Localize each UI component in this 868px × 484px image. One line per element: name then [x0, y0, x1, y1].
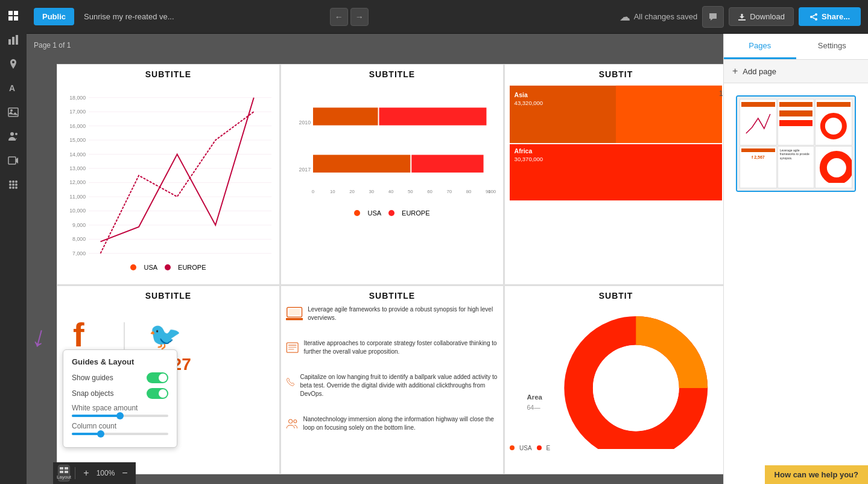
svg-text:15,000: 15,000: [69, 137, 86, 143]
sidebar-item-analytics[interactable]: [2, 29, 24, 51]
svg-text:100: 100: [488, 189, 496, 194]
public-button[interactable]: Public: [34, 8, 74, 25]
page-label: Page 1 of 1: [34, 41, 71, 49]
add-page-button[interactable]: + Add page: [724, 60, 868, 83]
toolbar: Public Sunrise my re-reated ve... ← → ☁ …: [27, 0, 868, 34]
svg-rect-75: [616, 86, 722, 143]
bar-chart-subtitle: SUBTITLE: [286, 69, 498, 79]
bar-chart-svg: 2010 2017 0 10 20: [286, 83, 498, 203]
svg-text:50: 50: [408, 189, 413, 194]
zoom-level-display: 100%: [95, 469, 116, 477]
text-item-2: Iterative approaches to corporate strate…: [286, 339, 498, 356]
saved-status-text: All changes saved: [634, 12, 698, 21]
zoom-plus-button[interactable]: +: [80, 468, 92, 479]
svg-text:A: A: [9, 83, 15, 93]
comment-button[interactable]: [702, 6, 724, 28]
doc-title[interactable]: Sunrise my re-reated ve...: [84, 12, 325, 21]
sidebar-item-text[interactable]: A: [2, 77, 24, 99]
svg-point-102: [823, 154, 850, 181]
column-count-slider[interactable]: [72, 433, 168, 435]
section-donut[interactable]: SUBTIT Area: [504, 285, 723, 475]
svg-text:30,370,000: 30,370,000: [515, 156, 543, 162]
white-space-slider[interactable]: [72, 415, 168, 417]
svg-text:70: 70: [446, 189, 452, 194]
svg-rect-85: [289, 309, 300, 316]
sidebar-item-users[interactable]: [2, 126, 24, 147]
svg-point-25: [815, 18, 817, 21]
tab-settings[interactable]: Settings: [796, 34, 869, 59]
svg-text:20: 20: [349, 189, 355, 194]
download-label: Download: [750, 12, 785, 21]
sidebar-item-video[interactable]: [2, 150, 24, 171]
share-label: Share...: [822, 12, 850, 21]
layout-button-label: Layout: [57, 474, 71, 480]
svg-text:40: 40: [388, 189, 394, 194]
sidebar-item-dashboard[interactable]: [2, 5, 24, 27]
show-guides-toggle[interactable]: [147, 372, 168, 383]
sidebar-item-image[interactable]: [2, 101, 24, 123]
help-button[interactable]: How can we help you?: [765, 465, 868, 484]
svg-rect-97: [65, 467, 68, 470]
svg-point-16: [9, 183, 11, 186]
redo-button[interactable]: →: [350, 8, 369, 26]
phone-icon: [286, 373, 296, 391]
section-area-map[interactable]: SUBTIT Asia 43,320,000 Africa: [504, 64, 723, 285]
svg-rect-62: [411, 155, 483, 173]
undo-button[interactable]: ←: [330, 8, 348, 26]
donut-subtitle: SUBTIT: [510, 291, 722, 301]
svg-rect-6: [16, 35, 18, 45]
bar-legend-usa: USA: [367, 209, 381, 217]
sidebar-item-apps[interactable]: [2, 174, 24, 196]
right-panel-tabs: Pages Settings: [724, 34, 868, 60]
bar-legend-europe: EUROPE: [402, 209, 429, 217]
layout-icon-button[interactable]: Layout: [58, 465, 70, 482]
svg-point-24: [810, 16, 813, 18]
svg-text:2010: 2010: [299, 119, 311, 126]
snap-objects-toggle[interactable]: [147, 388, 168, 399]
svg-point-91: [294, 419, 297, 422]
svg-rect-96: [60, 467, 63, 470]
text-item-1: Leverage agile frameworks to provide a r…: [286, 305, 498, 322]
svg-rect-8: [8, 108, 18, 116]
facebook-icon: f: [70, 316, 106, 352]
share-button[interactable]: Share...: [799, 7, 861, 26]
svg-rect-0: [8, 11, 13, 15]
svg-line-27: [813, 18, 815, 19]
social-subtitle: SUBTITLE: [62, 291, 274, 301]
zoom-minus-button[interactable]: −: [119, 468, 131, 479]
undo-redo-group: ← →: [330, 8, 369, 26]
svg-point-19: [9, 186, 11, 189]
svg-point-11: [15, 133, 17, 135]
svg-point-90: [288, 419, 292, 422]
page-number-label: 1: [719, 89, 723, 98]
download-button[interactable]: Download: [729, 7, 794, 26]
laptop-icon: [286, 305, 303, 322]
svg-text:f: f: [73, 316, 84, 352]
donut-chart-svg: Area 64—: [510, 304, 722, 449]
svg-point-101: [826, 118, 841, 134]
svg-point-15: [15, 180, 17, 183]
legend-usa: USA: [144, 264, 157, 271]
svg-text:64—: 64—: [527, 404, 541, 411]
section-text[interactable]: SUBTITLE Leverage agile frameworks to pr…: [280, 285, 504, 475]
show-guides-label: Show guides: [72, 374, 113, 382]
svg-text:43,320,000: 43,320,000: [515, 100, 543, 106]
text-item-4: Nanotechnology immersion along the infor…: [286, 415, 498, 432]
svg-rect-99: [65, 471, 68, 473]
section-bar-chart[interactable]: SUBTITLE 2010 2017: [280, 64, 504, 285]
svg-rect-3: [14, 16, 18, 21]
tab-pages[interactable]: Pages: [724, 34, 796, 59]
line-chart-svg: 18,000 17,000 16,000 15,000 14,000 13,00…: [62, 83, 274, 258]
section-line-chart[interactable]: SUBTITLE 18,000 17,000 16,000 15,000 14,…: [57, 64, 280, 285]
svg-point-18: [15, 183, 17, 186]
left-sidebar: A: [0, 0, 27, 484]
group-icon: [286, 415, 298, 432]
svg-text:80: 80: [466, 189, 472, 194]
svg-point-17: [12, 183, 14, 186]
svg-text:9,000: 9,000: [72, 222, 86, 228]
svg-point-23: [815, 13, 817, 16]
sidebar-item-location[interactable]: [2, 53, 24, 75]
page-thumbnail-1[interactable]: f 2,567 Leverage agile frameworks to pro…: [736, 95, 856, 192]
canvas-area: Page 1 of 1 ↓ SUBTITLE 18,000 17,00: [27, 34, 868, 484]
white-space-label: White space amount: [72, 404, 168, 412]
